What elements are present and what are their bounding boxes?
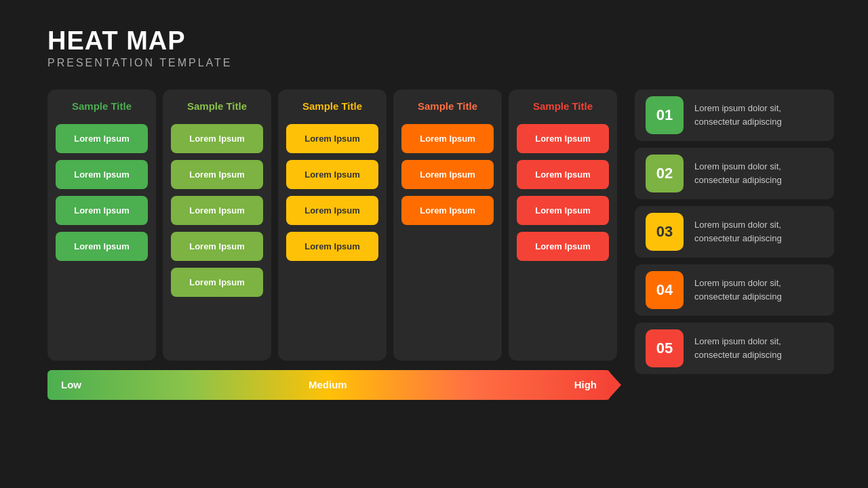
pill-4-3: Lorem Ipsum: [401, 196, 494, 225]
legend-bar: Low Medium High: [47, 370, 610, 400]
right-panel: 01Lorem ipsum dolor sit, consectetur adi…: [635, 89, 834, 374]
num-text-5: Lorem ipsum dolor sit, consectetur adipi…: [694, 335, 823, 361]
pill-4-2: Lorem Ipsum: [401, 160, 494, 189]
columns-grid: Sample TitleLorem IpsumLorem IpsumLorem …: [47, 89, 617, 361]
pill-3-2: Lorem Ipsum: [286, 160, 378, 189]
pill-2-3: Lorem Ipsum: [171, 196, 263, 225]
legend-arrow: [608, 370, 621, 400]
column-card-5: Sample TitleLorem IpsumLorem IpsumLorem …: [509, 89, 617, 361]
pill-1-4: Lorem Ipsum: [56, 232, 148, 261]
column-title-3: Sample Title: [286, 100, 378, 112]
column-card-1: Sample TitleLorem IpsumLorem IpsumLorem …: [47, 89, 156, 361]
pill-5-1: Lorem Ipsum: [517, 124, 609, 153]
pill-5-2: Lorem Ipsum: [517, 160, 609, 189]
num-badge-2: 02: [646, 155, 684, 192]
column-title-5: Sample Title: [517, 100, 609, 112]
pill-5-3: Lorem Ipsum: [517, 196, 609, 225]
num-text-1: Lorem ipsum dolor sit, consectetur adipi…: [694, 102, 823, 128]
column-card-4: Sample TitleLorem IpsumLorem IpsumLorem …: [393, 89, 502, 361]
num-text-2: Lorem ipsum dolor sit, consectetur adipi…: [694, 160, 823, 186]
num-badge-4: 04: [646, 271, 684, 309]
page-subtitle: PRESENTATION TEMPLATE: [47, 57, 834, 69]
legend-low: Low: [61, 379, 81, 390]
legend-high: High: [574, 379, 597, 390]
page-title: HEAT MAP: [47, 27, 834, 56]
column-title-1: Sample Title: [56, 100, 148, 112]
num-badge-1: 01: [646, 96, 684, 134]
pill-3-1: Lorem Ipsum: [286, 124, 378, 153]
numbered-item-5: 05Lorem ipsum dolor sit, consectetur adi…: [635, 323, 834, 374]
header: HEAT MAP PRESENTATION TEMPLATE: [47, 27, 834, 69]
column-card-3: Sample TitleLorem IpsumLorem IpsumLorem …: [278, 89, 387, 361]
pill-2-1: Lorem Ipsum: [171, 124, 263, 153]
pill-2-2: Lorem Ipsum: [171, 160, 263, 189]
num-badge-3: 03: [646, 213, 684, 251]
numbered-item-2: 02Lorem ipsum dolor sit, consectetur adi…: [635, 148, 834, 199]
pill-2-4: Lorem Ipsum: [171, 232, 263, 261]
main-content: Sample TitleLorem IpsumLorem IpsumLorem …: [47, 89, 834, 400]
column-title-2: Sample Title: [171, 100, 263, 112]
num-badge-5: 05: [646, 329, 684, 367]
numbered-item-1: 01Lorem ipsum dolor sit, consectetur adi…: [635, 89, 834, 141]
pill-1-1: Lorem Ipsum: [56, 124, 148, 153]
pill-3-3: Lorem Ipsum: [286, 196, 378, 225]
numbered-item-3: 03Lorem ipsum dolor sit, consectetur adi…: [635, 206, 834, 258]
pill-4-1: Lorem Ipsum: [401, 124, 494, 153]
legend-medium: Medium: [309, 379, 347, 390]
numbered-item-4: 04Lorem ipsum dolor sit, consectetur adi…: [635, 264, 834, 316]
pill-1-3: Lorem Ipsum: [56, 196, 148, 225]
column-card-2: Sample TitleLorem IpsumLorem IpsumLorem …: [163, 89, 271, 361]
page: HEAT MAP PRESENTATION TEMPLATE Sample Ti…: [0, 0, 868, 488]
pill-1-2: Lorem Ipsum: [56, 160, 148, 189]
column-title-4: Sample Title: [401, 100, 494, 112]
pill-5-4: Lorem Ipsum: [517, 232, 609, 261]
num-text-3: Lorem ipsum dolor sit, consectetur adipi…: [694, 218, 823, 245]
pill-3-4: Lorem Ipsum: [286, 232, 378, 261]
columns-area: Sample TitleLorem IpsumLorem IpsumLorem …: [47, 89, 617, 400]
num-text-4: Lorem ipsum dolor sit, consectetur adipi…: [694, 277, 823, 303]
pill-2-5: Lorem Ipsum: [171, 268, 263, 297]
